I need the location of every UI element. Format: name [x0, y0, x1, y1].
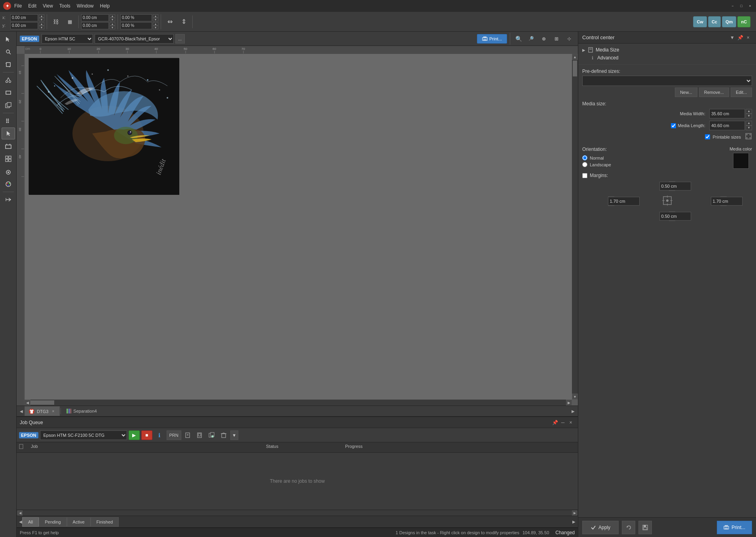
x-up[interactable]: ▲ — [39, 14, 44, 18]
dot-tool[interactable] — [2, 115, 15, 127]
canvas-scrollbar-v[interactable]: ▲ ▼ — [572, 54, 578, 400]
menu-edit[interactable]: Edit — [28, 3, 36, 9]
cw-tab[interactable]: Cw — [693, 16, 707, 27]
tab-separation4[interactable]: Separation4 — [63, 408, 100, 414]
jq-printer-select[interactable]: Epson HTM SC-F2100 5C DTG — [40, 430, 127, 440]
jq-new1-icon[interactable] — [183, 430, 193, 440]
jf-tab-active[interactable]: Active — [67, 517, 91, 527]
scroll-down-btn[interactable]: ▼ — [572, 394, 578, 400]
jq-new2-icon[interactable] — [195, 430, 205, 440]
menu-help[interactable]: Help — [100, 3, 110, 9]
length-field[interactable] — [709, 121, 745, 130]
tab-dtg3[interactable]: DTG3 × — [25, 406, 60, 416]
tree-media-size[interactable]: ▶ Media Size — [581, 46, 753, 54]
margin-left-input[interactable] — [608, 197, 640, 206]
jq-pin-btn[interactable]: 📌 — [551, 419, 559, 427]
menu-window[interactable]: Window — [77, 3, 94, 9]
undo-button[interactable] — [622, 521, 635, 534]
more-options-button[interactable]: ... — [175, 34, 185, 44]
scroll-right-btn[interactable]: ▶ — [566, 400, 572, 406]
y-down[interactable]: ▼ — [39, 26, 44, 29]
nc-tab[interactable]: nC — [737, 16, 750, 27]
menu-file[interactable]: File — [14, 3, 22, 9]
width-up[interactable]: ▲ — [746, 109, 752, 114]
ruler-icon[interactable]: ▦ — [63, 15, 76, 28]
menu-view[interactable]: View — [43, 3, 53, 9]
print-top-button[interactable]: Print... — [477, 34, 507, 44]
y-up[interactable]: ▲ — [39, 22, 44, 26]
close-button[interactable]: × — [747, 3, 753, 9]
maximize-button[interactable]: □ — [739, 3, 744, 9]
margin-bottom-input[interactable] — [659, 212, 691, 221]
y-input[interactable] — [10, 22, 38, 29]
cc-tab[interactable]: Cc — [708, 16, 721, 27]
print-button[interactable]: Print... — [717, 521, 752, 534]
jq-more-button[interactable]: ▼ — [230, 430, 238, 440]
width-down[interactable]: ▼ — [746, 114, 752, 118]
palette-tool[interactable] — [2, 178, 15, 190]
predefined-select[interactable] — [582, 76, 752, 86]
length-checkbox[interactable] — [671, 123, 676, 128]
job-scroll-left[interactable]: ◀ — [17, 510, 23, 516]
job-scroll-right[interactable]: ▶ — [572, 510, 577, 516]
color-swatch[interactable] — [733, 153, 749, 169]
panel-pin-btn[interactable]: 📌 — [736, 34, 744, 42]
edit-btn[interactable]: Edit... — [731, 88, 752, 97]
h-up[interactable]: ▲ — [110, 22, 115, 26]
jf-tab-pending[interactable]: Pending — [39, 517, 66, 527]
panel-dropdown-btn[interactable]: ▼ — [728, 34, 736, 42]
h-down[interactable]: ▼ — [110, 26, 115, 29]
height-input[interactable] — [81, 22, 109, 29]
tab-dtg3-close[interactable]: × — [51, 409, 55, 414]
percent1-input[interactable] — [120, 14, 152, 21]
scroll-thumb-h[interactable] — [30, 400, 54, 405]
flip-v-icon[interactable]: ⇕ — [177, 15, 190, 28]
margins-checkbox[interactable] — [582, 173, 587, 178]
jq-new3-icon[interactable] — [207, 430, 217, 440]
select-tool[interactable] — [2, 33, 15, 45]
normal-radio[interactable] — [582, 155, 587, 160]
p1-up[interactable]: ▲ — [153, 14, 158, 18]
send-tool[interactable] — [2, 194, 15, 206]
zoom-fit-button[interactable]: ⊕ — [538, 33, 549, 44]
circle-tool[interactable] — [2, 166, 15, 177]
jf-tab-all[interactable]: All — [22, 517, 39, 527]
canvas-scrollbar-h[interactable]: ◀ ▶ — [25, 400, 572, 406]
scroll-up-btn[interactable]: ▲ — [572, 54, 578, 60]
margin-right-input[interactable] — [711, 197, 743, 206]
zoom-reset-button[interactable]: ⊞ — [551, 33, 562, 44]
width-field[interactable] — [709, 109, 745, 118]
jf-tab-finished[interactable]: Finished — [91, 517, 119, 527]
jq-minimize-btn[interactable]: ─ — [559, 419, 567, 427]
scroll-left-btn[interactable]: ◀ — [25, 400, 30, 406]
landscape-radio[interactable] — [582, 162, 587, 167]
tab-scroll-left[interactable]: ◀ — [18, 407, 25, 415]
printable-sizes-checkbox[interactable] — [705, 134, 710, 139]
printer-select[interactable]: Epson HTM SC — [42, 34, 93, 44]
jq-delete-icon[interactable] — [218, 430, 229, 440]
panel-close-btn[interactable]: × — [744, 34, 752, 42]
percent2-input[interactable] — [120, 22, 152, 29]
job-scrollbar-h[interactable]: ◀ ▶ — [17, 510, 578, 516]
flip-h-icon[interactable]: ⇔ — [163, 15, 176, 28]
w-down[interactable]: ▼ — [110, 18, 115, 21]
zoom-tool-btn[interactable]: ⊹ — [564, 33, 575, 44]
p2-up[interactable]: ▲ — [153, 22, 158, 26]
length-down[interactable]: ▼ — [746, 126, 752, 130]
x-down[interactable]: ▼ — [39, 18, 44, 21]
rectangle-tool[interactable] — [2, 87, 15, 99]
crop-tool[interactable] — [2, 59, 15, 70]
jq-close-btn[interactable]: × — [567, 419, 575, 427]
jq-play-button[interactable]: ▶ — [129, 430, 140, 440]
p1-down[interactable]: ▼ — [153, 18, 158, 21]
grid-tool[interactable] — [2, 153, 15, 165]
save-button[interactable] — [638, 521, 652, 534]
new-btn[interactable]: New... — [675, 88, 697, 97]
pointer-tool[interactable] — [2, 128, 15, 139]
jf-scroll-left[interactable]: ◀ — [19, 520, 22, 524]
link-icon[interactable]: ⛓ — [49, 15, 62, 28]
zoom-in-button[interactable]: 🔍 — [513, 33, 524, 44]
jf-scroll-right[interactable]: ▶ — [572, 520, 576, 524]
tab-scroll-right[interactable]: ▶ — [570, 407, 576, 415]
jq-prn-button[interactable]: PRN — [167, 430, 181, 440]
